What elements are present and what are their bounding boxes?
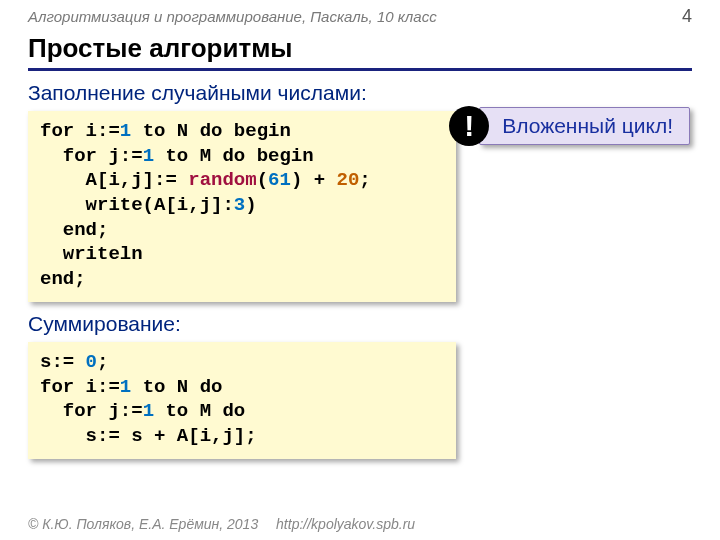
c2-l2a: for i:= [40,376,120,398]
c1-l3fn: random [188,169,256,191]
c1-l1n: 1 [120,120,131,142]
c2-l1n: 0 [86,351,97,373]
c1-l3p2: ) + [291,169,337,191]
callout-text: Вложенный цикл! [479,107,690,145]
code-block-fill: for i:=1 to N do begin for j:=1 to M do … [28,111,456,302]
footer: © К.Ю. Поляков, Е.А. Ерёмин, 2013 http:/… [28,516,415,532]
section1-heading: Заполнение случайными числами: [28,81,692,105]
c1-l4e: ) [245,194,256,216]
c2-l2b: to N do [131,376,222,398]
code-block-sum: s:= 0; for i:=1 to N do for j:=1 to M do… [28,342,456,459]
topbar: Алгоритмизация и программирование, Паска… [28,0,692,27]
exclamation-icon: ! [449,106,489,146]
page-number: 4 [682,6,692,27]
c2-l3a: for j:= [40,400,143,422]
c1-l2a: for j:= [40,145,143,167]
c1-l1b: to N do begin [131,120,291,142]
c1-l2b: to M do begin [154,145,314,167]
section2-heading: Суммирование: [28,312,692,336]
c1-l5: end; [40,219,108,241]
c2-l4: s:= s + A[i,j]; [40,425,257,447]
c2-l1e: ; [97,351,108,373]
c1-l7: end; [40,268,86,290]
footer-url: http://kpolyakov.spb.ru [276,516,415,532]
c2-l3n: 1 [143,400,154,422]
c1-l4: write(A[i,j]: [40,194,234,216]
c1-l1a: for i:= [40,120,120,142]
c1-l3p1: ( [257,169,268,191]
c1-l6: writeln [40,243,143,265]
c2-l1a: s:= [40,351,86,373]
course-label: Алгоритмизация и программирование, Паска… [28,8,437,25]
page-title: Простые алгоритмы [28,33,692,71]
c2-l3b: to M do [154,400,245,422]
slide: Алгоритмизация и программирование, Паска… [0,0,720,540]
c1-l3c: 20 [336,169,359,191]
c1-l3a: A[i,j]:= [40,169,188,191]
c1-l3arg: 61 [268,169,291,191]
copyright: © К.Ю. Поляков, Е.А. Ерёмин, 2013 [28,516,258,532]
c1-l2n: 1 [143,145,154,167]
c2-l2n: 1 [120,376,131,398]
c1-l4n: 3 [234,194,245,216]
c1-l3e: ; [359,169,370,191]
callout: ! Вложенный цикл! [449,106,690,146]
